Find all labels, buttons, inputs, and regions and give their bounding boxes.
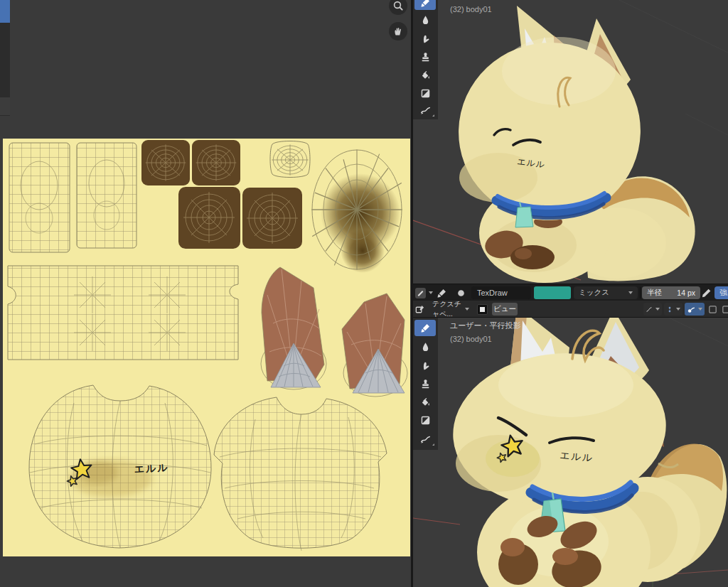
caret-down-icon bbox=[429, 291, 433, 294]
uv-annotate-tool-partial[interactable] bbox=[0, 97, 10, 115]
fill-bucket-icon bbox=[420, 70, 431, 81]
slot-type-button[interactable] bbox=[414, 303, 425, 316]
tool-soften-button[interactable] bbox=[414, 339, 436, 355]
pen-pressure-icon bbox=[701, 288, 712, 298]
radius-label: 半径 bbox=[647, 288, 662, 298]
view-button-label: ビュー bbox=[493, 304, 516, 314]
tool-mask-button[interactable] bbox=[414, 85, 436, 102]
mask-gradient-icon bbox=[420, 415, 431, 426]
submenu-indicator bbox=[432, 443, 434, 446]
uv-texture-canvas[interactable]: エルル bbox=[3, 139, 410, 556]
tool-clone-button[interactable] bbox=[414, 376, 436, 392]
tool-smear-button[interactable] bbox=[414, 31, 436, 47]
uv-island-head-back bbox=[214, 397, 387, 551]
tool-draw-button[interactable] bbox=[414, 320, 436, 336]
viewport-bottom[interactable]: エルル bbox=[413, 318, 728, 587]
image-thumbnail-icon bbox=[477, 304, 488, 315]
edit-mode-toggle-1[interactable] bbox=[707, 303, 718, 316]
viewport-overlay-bottom: ユーザー・平行投影 (32) body01 bbox=[450, 319, 521, 346]
tool-annotate-button[interactable] bbox=[414, 431, 436, 447]
strength-label: 強さ bbox=[719, 288, 728, 298]
uv-draw-tool-partial[interactable] bbox=[0, 0, 10, 23]
tool-clone-button[interactable] bbox=[414, 49, 436, 65]
object-info-text: (32) body01 bbox=[450, 3, 492, 16]
fill-bucket-icon bbox=[420, 397, 431, 408]
blend-mode-text: ミックス bbox=[579, 288, 609, 298]
symmetry-dropdown[interactable] bbox=[664, 303, 682, 316]
tool-smear-button[interactable] bbox=[414, 357, 436, 374]
square-outline-icon bbox=[707, 304, 718, 315]
clone-stamp-icon bbox=[420, 379, 431, 389]
zoom-gizmo[interactable] bbox=[389, 0, 407, 15]
viewport-top[interactable]: エルル bbox=[413, 0, 728, 284]
slot-image-thumbnail[interactable] bbox=[477, 303, 488, 316]
view-button[interactable]: ビュー bbox=[492, 303, 518, 316]
clone-stamp-icon bbox=[420, 52, 431, 63]
paint-slot-dropdown[interactable]: テクスチャペ... bbox=[427, 303, 474, 316]
character-render-bottom: エルル bbox=[413, 318, 728, 587]
annotate-pen-icon bbox=[420, 104, 431, 115]
texture-slot-icon bbox=[414, 304, 425, 315]
pan-gizmo[interactable] bbox=[389, 22, 407, 41]
edit-mode-toggle-2[interactable] bbox=[721, 303, 728, 316]
paint-slot-text: テクスチャペ... bbox=[432, 301, 462, 318]
falloff-dropdown[interactable] bbox=[643, 303, 662, 316]
painted-name-text: エルル bbox=[134, 461, 169, 475]
strength-slider[interactable]: 強さ bbox=[714, 286, 728, 299]
uv-island-body-band bbox=[8, 266, 238, 360]
draw-brush-icon bbox=[420, 0, 431, 8]
brush-icon bbox=[437, 288, 447, 298]
blender-window: エルル bbox=[0, 0, 728, 587]
uv-toolbar-partial bbox=[0, 0, 10, 116]
soften-droplet-icon bbox=[420, 342, 431, 352]
smear-finger-icon bbox=[420, 360, 431, 371]
smear-finger-icon bbox=[420, 33, 431, 44]
brush-thumbnail-icon bbox=[415, 288, 426, 298]
annotate-pen-icon bbox=[420, 433, 431, 444]
brush-icon-button[interactable] bbox=[437, 286, 447, 299]
tool-settings-header: TexDraw ミックス 半径 14 px 強さ bbox=[413, 284, 728, 301]
tool-soften-button[interactable] bbox=[414, 12, 436, 28]
view-mode-text: ユーザー・平行投影 bbox=[450, 319, 521, 333]
tool-mask-button[interactable] bbox=[414, 412, 436, 429]
draw-brush-icon bbox=[420, 323, 431, 333]
magnifier-icon bbox=[392, 0, 404, 11]
brush-name-field[interactable]: TexDraw bbox=[471, 286, 531, 299]
radius-value: 14 px bbox=[677, 289, 695, 297]
brush-tip-button[interactable] bbox=[456, 286, 466, 299]
caret-down-icon bbox=[698, 308, 702, 311]
symmetry-icon bbox=[666, 305, 673, 314]
tool-annotate-button[interactable] bbox=[414, 102, 436, 118]
toolbar-bottom-viewport bbox=[413, 318, 438, 450]
character-render-top: エルル bbox=[413, 0, 728, 284]
header-separator bbox=[640, 287, 641, 298]
radius-slider[interactable]: 半径 14 px bbox=[642, 286, 700, 299]
stroke-icon bbox=[687, 305, 695, 314]
uv-island-head-front: エルル bbox=[29, 385, 211, 548]
caret-down-icon bbox=[676, 308, 680, 311]
falloff-curve-icon bbox=[646, 305, 653, 314]
brush-preview-dropdown[interactable] bbox=[415, 286, 433, 299]
soften-droplet-icon bbox=[420, 15, 431, 26]
submenu-indicator bbox=[432, 114, 434, 117]
brush-color-swatch[interactable] bbox=[534, 286, 571, 299]
stroke-dropdown[interactable] bbox=[685, 303, 705, 316]
caret-down-icon bbox=[655, 308, 660, 311]
square-outline-icon bbox=[721, 304, 728, 315]
blend-mode-dropdown[interactable]: ミックス bbox=[574, 286, 638, 299]
viewport-overlay-top: (32) body01 bbox=[450, 3, 492, 16]
toolbar-top-viewport bbox=[413, 0, 438, 119]
mask-gradient-icon bbox=[420, 88, 431, 99]
object-info-text: (32) body01 bbox=[450, 333, 521, 346]
caret-down-icon bbox=[465, 308, 469, 311]
paint-slot-header: テクスチャペ... ビュー bbox=[413, 301, 728, 318]
radius-pressure-button[interactable] bbox=[701, 286, 712, 299]
hand-icon bbox=[392, 26, 404, 37]
tool-fill-button[interactable] bbox=[414, 394, 436, 411]
tool-draw-button[interactable] bbox=[414, 0, 436, 10]
caret-down-icon bbox=[628, 291, 633, 294]
circle-icon bbox=[456, 288, 466, 298]
uv-image-editor[interactable]: エルル bbox=[0, 0, 411, 587]
tool-fill-button[interactable] bbox=[414, 68, 436, 84]
brush-name-text: TexDraw bbox=[477, 289, 508, 297]
